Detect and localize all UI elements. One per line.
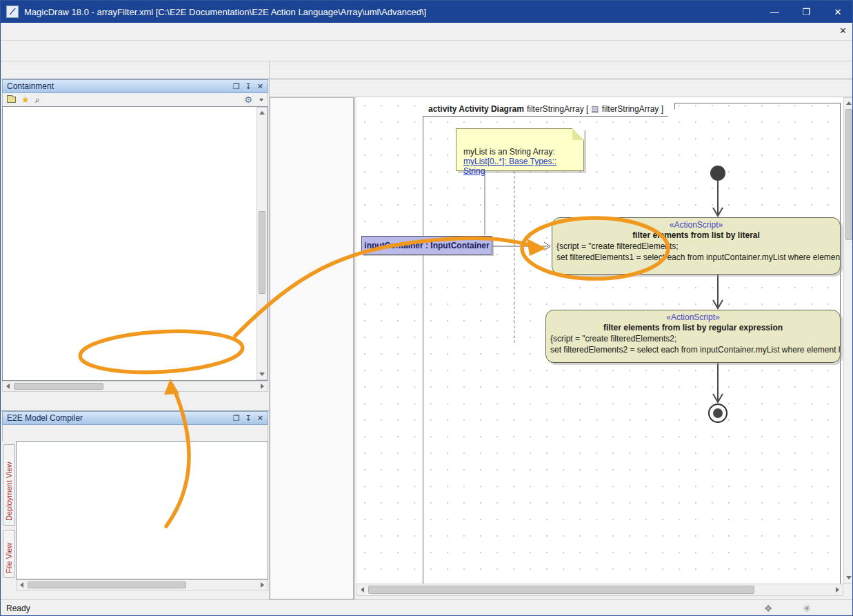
action-name: filter elements from list by regular exp… bbox=[546, 323, 840, 332]
frame-kind: activity Activity Diagram bbox=[428, 104, 524, 114]
activity-frame-title: activity Activity Diagram filterStringAr… bbox=[423, 103, 675, 117]
status-bar: Ready ❖ ✳ bbox=[1, 599, 853, 616]
close-panel-icon[interactable]: ✕ bbox=[257, 82, 263, 91]
diagram-toolbar bbox=[270, 79, 853, 97]
canvas-hscrollbar[interactable] bbox=[357, 584, 843, 596]
stereotype-label: «ActionScript» bbox=[552, 220, 840, 230]
containment-panel-title: Containment bbox=[7, 81, 54, 91]
action-script-line: {script = "create filteredElements; bbox=[552, 240, 840, 251]
frame-ref: filterStringArray ] bbox=[602, 104, 663, 114]
magicdraw-window: ⟋ MagicDraw 18.0 - arrayFilter.xml [C:\E… bbox=[0, 0, 853, 616]
bottom-panel-tabs bbox=[1, 393, 270, 411]
object-node-inputcontainer[interactable]: inputContainer : InputContainer bbox=[361, 236, 492, 255]
gear-dropdown-icon[interactable] bbox=[259, 99, 263, 101]
action-filter-by-literal[interactable]: «ActionScript» filter elements from list… bbox=[552, 217, 841, 275]
diagram-tabs bbox=[270, 61, 853, 79]
model-browser-tabs bbox=[1, 61, 270, 79]
tab-deployment-view[interactable]: Deployment View bbox=[3, 444, 15, 526]
note-text: myList is an String Array: bbox=[463, 147, 576, 157]
minimize-button[interactable]: — bbox=[759, 1, 790, 23]
maximize-button[interactable]: ❐ bbox=[790, 1, 822, 23]
favorites-star-icon[interactable]: ★ bbox=[21, 95, 30, 105]
title-bar: ⟋ MagicDraw 18.0 - arrayFilter.xml [C:\E… bbox=[1, 1, 853, 23]
float-panel-icon[interactable]: ❐ bbox=[233, 414, 240, 423]
close-button[interactable]: ✕ bbox=[822, 1, 853, 23]
action-script-line: {script = "create filteredElements2; bbox=[546, 332, 840, 344]
search-icon[interactable]: ⌕ bbox=[35, 95, 40, 106]
gear-icon[interactable]: ⚙ bbox=[244, 95, 252, 105]
action-script-line: set filteredElements2 = select each from… bbox=[546, 344, 840, 355]
diagram-palette bbox=[270, 97, 354, 599]
canvas-vscrollbar[interactable] bbox=[843, 97, 853, 584]
compiler-panel-title: E2E Model Compiler bbox=[7, 413, 83, 423]
close-panel-icon[interactable]: ✕ bbox=[257, 414, 263, 423]
pin-panel-icon[interactable]: ↧ bbox=[245, 414, 252, 423]
close-diagram-icon[interactable]: ✕ bbox=[839, 26, 847, 36]
containment-tree bbox=[2, 106, 268, 381]
compiler-hscrollbar[interactable] bbox=[16, 579, 268, 590]
window-title: MagicDraw 18.0 - arrayFilter.xml [C:\E2E… bbox=[24, 7, 426, 17]
open-element-icon[interactable] bbox=[7, 97, 16, 103]
status-text: Ready bbox=[6, 604, 30, 613]
busy-indicator-icon: ✳ bbox=[803, 603, 811, 614]
diagram-canvas: activity Activity Diagram filterStringAr… bbox=[354, 97, 853, 599]
containment-vscrollbar[interactable] bbox=[257, 107, 268, 380]
action-filter-by-regex[interactable]: «ActionScript» filter elements from list… bbox=[545, 310, 841, 363]
notification-icon[interactable]: ❖ bbox=[764, 603, 773, 614]
compiler-panel-header: E2E Model Compiler ❐ ↧ ✕ bbox=[2, 411, 268, 425]
containment-toolbar: ★ ⌕ ⚙ bbox=[2, 93, 268, 106]
canvas-viewport[interactable]: activity Activity Diagram filterStringAr… bbox=[357, 97, 843, 584]
tab-file-view[interactable]: File View bbox=[3, 530, 15, 578]
pin-panel-icon[interactable]: ↧ bbox=[245, 82, 252, 91]
magicdraw-logo-icon: ⟋ bbox=[6, 6, 19, 18]
frame-name: filterStringArray [ bbox=[527, 104, 588, 114]
main-toolbar bbox=[1, 41, 853, 61]
stereotype-label: «ActionScript» bbox=[546, 312, 840, 322]
action-script-line: set filteredElements1 = select each from… bbox=[552, 251, 840, 262]
activity-diagram-icon: ▤ bbox=[591, 104, 599, 114]
action-name: filter elements from list by literal bbox=[552, 230, 840, 240]
note-hyperlink[interactable]: myList[0..*]: Base Types:: String bbox=[463, 157, 556, 176]
note-shape[interactable]: myList is an String Array: myList[0..*]:… bbox=[456, 128, 584, 171]
containment-panel-header: Containment ❐ ↧ ✕ bbox=[2, 79, 268, 93]
compiler-side-tabs: Deployment View File View bbox=[2, 443, 16, 579]
compiler-menu-bar bbox=[2, 425, 268, 441]
containment-hscrollbar[interactable] bbox=[2, 381, 268, 392]
float-panel-icon[interactable]: ❐ bbox=[233, 82, 240, 91]
menu-bar bbox=[1, 23, 853, 41]
compiler-tree bbox=[16, 441, 268, 579]
